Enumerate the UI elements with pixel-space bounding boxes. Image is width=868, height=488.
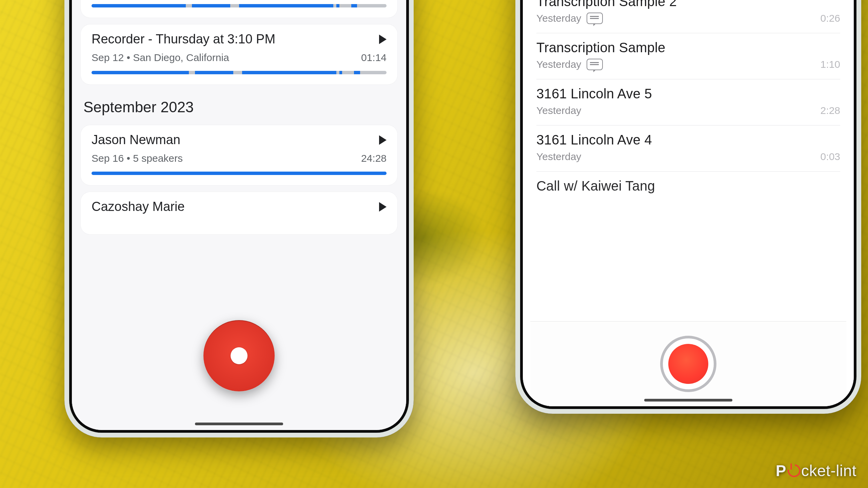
recording-card[interactable]: Jason Newman Sep 16 • 5 speakers 24:28 <box>81 125 397 185</box>
recording-title: Jason Newman <box>92 133 180 147</box>
memo-duration: 0:26 <box>821 13 840 24</box>
recording-card[interactable]: Recorder - Thursday at 3:10 PM Sep 12 • … <box>81 24 397 84</box>
iphone-frame: Transcription Sample 2Yesterday0:26Trans… <box>515 0 861 414</box>
record-icon <box>668 344 708 384</box>
memo-row[interactable]: 3161 Lincoln Ave 5Yesterday2:28 <box>536 79 840 125</box>
recording-subtitle: Sep 12 • San Diego, California <box>92 52 229 63</box>
memo-subtitle: Yesterday <box>536 13 603 24</box>
home-indicator[interactable] <box>195 423 283 425</box>
watermark-text: cket-lint <box>801 462 856 480</box>
memo-title: 3161 Lincoln Ave 5 <box>536 86 652 101</box>
recording-waveform <box>92 172 387 175</box>
record-bar <box>530 321 846 406</box>
memo-title: Call w/ Kaiwei Tang <box>536 178 655 194</box>
watermark-text: P <box>776 462 786 480</box>
power-icon <box>785 462 803 480</box>
transcript-icon <box>587 59 603 70</box>
recording-card[interactable]: Sep 12 • San Diego, California 01:14 <box>81 0 397 18</box>
recording-duration: 01:14 <box>361 52 387 63</box>
iphone-screen: Transcription Sample 2Yesterday0:26Trans… <box>523 0 854 406</box>
memo-duration: 2:28 <box>821 105 840 116</box>
pocket-lint-watermark: P cket-lint <box>776 462 856 480</box>
memo-duration: 1:10 <box>821 59 840 70</box>
record-button[interactable] <box>660 336 716 392</box>
recording-waveform <box>92 4 387 7</box>
recording-title: Recorder - Thursday at 3:10 PM <box>92 32 275 46</box>
memo-duration: 0:03 <box>821 151 840 162</box>
memo-title: Transcription Sample 2 <box>536 0 677 9</box>
memo-subtitle: Yesterday <box>536 105 581 116</box>
memo-row[interactable]: Call w/ Kaiwei Tang <box>536 172 840 285</box>
recording-waveform <box>92 71 387 74</box>
memo-subtitle: Yesterday <box>536 59 603 70</box>
play-icon[interactable] <box>379 35 387 44</box>
pixel-phone-frame: Sep 12 • San Diego, California 01:14 Rec… <box>64 0 414 437</box>
memo-subtitle: Yesterday <box>536 151 581 162</box>
memo-row[interactable]: Transcription SampleYesterday1:10 <box>536 33 840 79</box>
recording-subtitle: Sep 16 • 5 speakers <box>92 153 183 164</box>
recording-duration: 24:28 <box>361 153 387 164</box>
memo-title: 3161 Lincoln Ave 4 <box>536 132 652 148</box>
home-indicator[interactable] <box>644 399 732 402</box>
play-icon[interactable] <box>379 135 387 145</box>
play-icon[interactable] <box>379 202 387 212</box>
memo-title: Transcription Sample <box>536 40 665 55</box>
transcript-icon <box>587 13 603 24</box>
pixel-screen: Sep 12 • San Diego, California 01:14 Rec… <box>72 0 406 430</box>
recording-title: Cazoshay Marie <box>92 199 185 214</box>
record-button[interactable] <box>203 320 275 391</box>
memo-row[interactable]: Transcription Sample 2Yesterday0:26 <box>536 0 840 33</box>
recording-card[interactable]: Cazoshay Marie <box>81 192 397 234</box>
memo-row[interactable]: 3161 Lincoln Ave 4Yesterday0:03 <box>536 125 840 172</box>
section-header: September 2023 <box>83 99 397 116</box>
